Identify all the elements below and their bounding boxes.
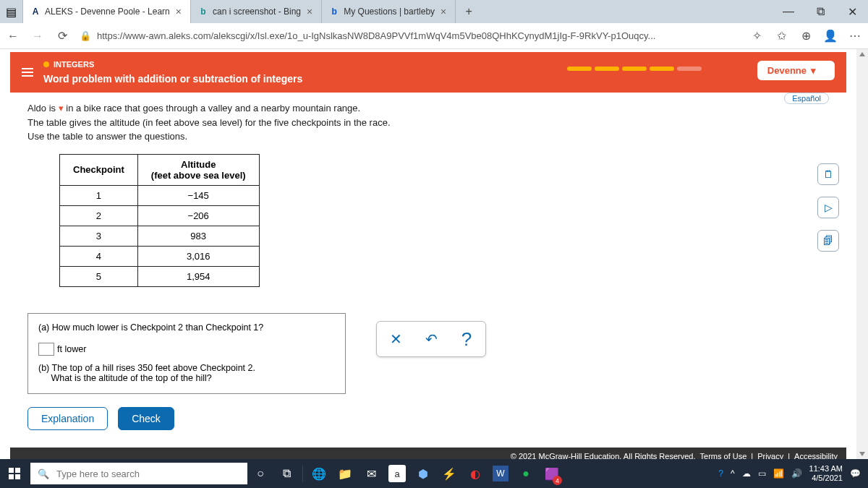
dictionary-icon[interactable]: 🗐 xyxy=(817,230,839,252)
search-placeholder: Type here to search xyxy=(56,468,140,479)
explanation-button[interactable]: Explanation xyxy=(27,407,108,430)
battery-icon[interactable]: ▭ xyxy=(758,468,766,479)
favicon-bing: b xyxy=(198,7,208,17)
minimize-button[interactable]: — xyxy=(773,0,804,23)
onedrive-icon[interactable]: ☁ xyxy=(742,468,751,479)
aleks-header: INTEGERS Word problem with addition or s… xyxy=(10,52,846,93)
user-name: Devenne xyxy=(767,65,807,76)
scrollbar[interactable] xyxy=(856,49,868,459)
wifi-icon[interactable]: 📶 xyxy=(773,468,784,479)
table-row: 1−145 xyxy=(60,185,260,205)
altitude-table: Checkpoint Altitude (feet above sea leve… xyxy=(59,154,260,287)
favicon-aleks: A xyxy=(30,7,41,17)
spotify-icon[interactable]: ● xyxy=(513,459,539,488)
tab-title: My Questions | bartleby xyxy=(344,7,435,17)
refresh-button[interactable]: ⟳ xyxy=(55,29,69,43)
status-dot-icon xyxy=(43,61,49,67)
edge-icon[interactable]: 🌐 xyxy=(306,459,332,488)
favicon-bartleby: b xyxy=(329,7,339,17)
name-dropdown[interactable]: ▾ xyxy=(59,101,64,116)
side-toolbar: 🗒 ▷ 🗐 xyxy=(817,163,839,252)
close-icon[interactable]: × xyxy=(174,6,183,17)
forward-button[interactable]: → xyxy=(30,29,45,43)
problem-text-3: Use the table to answer the questions. xyxy=(27,129,829,144)
tab-manager-icon[interactable]: ▤ xyxy=(0,0,23,23)
svg-rect-2 xyxy=(9,468,14,473)
windows-taskbar: 🔍 Type here to search ○ ⧉ 🌐 📁 ✉ a ⬢ ⚡ ◐ … xyxy=(0,459,868,488)
search-icon: 🔍 xyxy=(38,468,49,479)
answer-toolbox: ✕ ↶ ? xyxy=(376,321,486,357)
svg-rect-4 xyxy=(9,474,14,479)
progress-bar xyxy=(567,67,702,71)
clock[interactable]: 11:43 AM 4/5/2021 xyxy=(809,464,843,482)
notifications-icon[interactable]: 💬 xyxy=(850,468,861,479)
start-button[interactable] xyxy=(0,459,29,488)
back-button[interactable]: ← xyxy=(6,29,20,43)
question-a: (a) How much lower is Checkpoint 2 than … xyxy=(38,322,335,333)
app-badge-icon[interactable]: 🟪 xyxy=(539,459,565,488)
tab-bing[interactable]: b can i screenshot - Bing × xyxy=(191,0,322,23)
tab-title: can i screenshot - Bing xyxy=(213,7,301,17)
topic-crumb: INTEGERS xyxy=(43,60,302,69)
taskbar-search[interactable]: 🔍 Type here to search xyxy=(30,463,247,484)
system-tray: ? ^ ☁ ▭ 📶 🔊 11:43 AM 4/5/2021 💬 xyxy=(711,464,868,482)
tab-aleks[interactable]: A ALEKS - Devenne Poole - Learn × xyxy=(23,0,191,23)
help-icon[interactable]: ? xyxy=(450,324,483,354)
maximize-button[interactable]: ⧉ xyxy=(804,0,836,23)
close-icon[interactable]: × xyxy=(439,6,448,17)
browser-titlebar: ▤ A ALEKS - Devenne Poole - Learn × b ca… xyxy=(0,0,868,23)
tab-bartleby[interactable]: b My Questions | bartleby × xyxy=(322,0,456,23)
hamburger-menu[interactable] xyxy=(22,66,33,79)
user-menu[interactable]: Devenne ▾ xyxy=(757,61,835,80)
time: 11:43 AM xyxy=(809,464,843,474)
table-row: 2−206 xyxy=(60,205,260,226)
page-title: Word problem with addition or subtractio… xyxy=(43,73,302,85)
explorer-icon[interactable]: 📁 xyxy=(332,459,358,488)
calculator-icon[interactable]: 🗒 xyxy=(817,163,839,185)
scroll-up-icon[interactable] xyxy=(859,51,866,58)
mail-icon[interactable]: ✉ xyxy=(358,459,384,488)
close-icon[interactable]: × xyxy=(305,6,314,17)
close-window-button[interactable]: ✕ xyxy=(836,0,868,23)
url-box[interactable]: 🔒 https://www-awn.aleks.com/alekscgi/x/I… xyxy=(80,30,739,41)
col-checkpoint: Checkpoint xyxy=(60,154,138,185)
video-icon[interactable]: ▷ xyxy=(817,197,839,218)
answer-input-a[interactable] xyxy=(38,343,54,356)
cortana-icon[interactable]: ○ xyxy=(247,459,273,488)
address-bar: ← → ⟳ 🔒 https://www-awn.aleks.com/aleksc… xyxy=(0,23,868,49)
app-icon[interactable]: a xyxy=(388,465,406,482)
check-button[interactable]: Check xyxy=(118,407,174,430)
svg-marker-1 xyxy=(859,452,865,456)
app-icon-2[interactable]: ◐ xyxy=(462,459,488,488)
volume-icon[interactable]: 🔊 xyxy=(791,468,802,479)
clear-icon[interactable]: ✕ xyxy=(379,324,412,354)
menu-icon[interactable]: ⋯ xyxy=(848,29,862,43)
student-name: Aldo is xyxy=(27,103,56,114)
chevron-up-icon[interactable]: ^ xyxy=(731,468,735,479)
undo-icon[interactable]: ↶ xyxy=(414,324,448,354)
task-view-icon[interactable]: ⧉ xyxy=(273,459,299,488)
new-tab-button[interactable]: + xyxy=(456,0,482,23)
profile-icon[interactable]: 👤 xyxy=(823,29,838,43)
unit-label: ft lower xyxy=(57,344,86,354)
tab-title: ALEKS - Devenne Poole - Learn xyxy=(45,7,170,17)
chevron-down-icon: ▾ xyxy=(811,65,816,76)
question-b-1: The top of a hill rises 350 feet above C… xyxy=(52,363,255,373)
favorites-icon[interactable]: ✩ xyxy=(774,29,788,43)
word-icon[interactable]: W xyxy=(493,466,509,481)
winamp-icon[interactable]: ⚡ xyxy=(436,459,462,488)
help-tray-icon[interactable]: ? xyxy=(718,468,723,479)
date: 4/5/2021 xyxy=(809,474,843,483)
svg-rect-3 xyxy=(15,468,20,473)
dropbox-icon[interactable]: ⬢ xyxy=(410,459,436,488)
language-toggle[interactable]: Español xyxy=(784,93,829,104)
problem-text-1: in a bike race that goes through a valle… xyxy=(66,103,360,114)
scroll-down-icon[interactable] xyxy=(859,450,866,458)
question-box: (a) How much lower is Checkpoint 2 than … xyxy=(27,313,346,394)
question-b-label: (b) xyxy=(38,363,49,373)
collections-icon[interactable]: ⊕ xyxy=(799,29,813,43)
table-row: 43,016 xyxy=(60,246,260,266)
svg-rect-5 xyxy=(15,474,20,479)
problem-text-2: The table gives the altitude (in feet ab… xyxy=(27,116,829,130)
read-aloud-icon[interactable]: ✧ xyxy=(749,29,764,43)
